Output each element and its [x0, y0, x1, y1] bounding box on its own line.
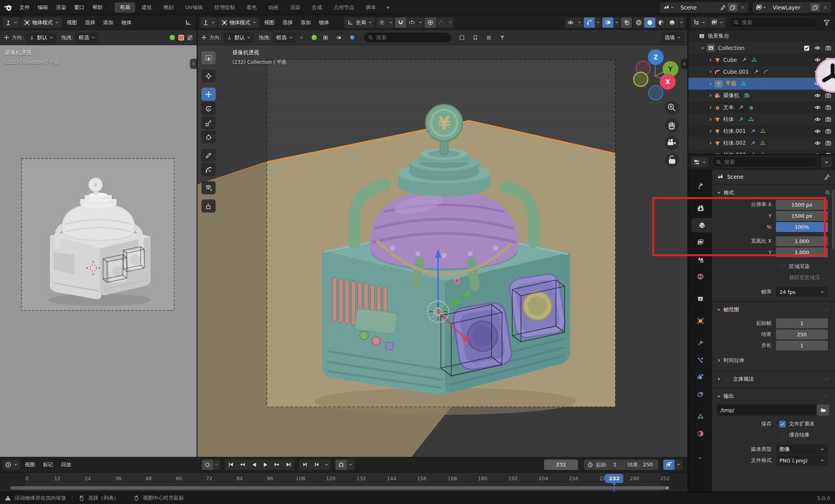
outliner-row[interactable]: Collection — [688, 42, 835, 54]
annotate-tool[interactable] — [201, 149, 216, 162]
workspace-tab[interactable]: 几何节点 — [328, 2, 359, 13]
falloff-curve-icon[interactable] — [436, 17, 447, 28]
disable-render-toggle[interactable] — [823, 45, 833, 51]
clay-render[interactable]: ¥ — [0, 45, 197, 457]
workspace-tab[interactable]: 纹理绘制 — [209, 2, 240, 13]
disable-render-toggle[interactable] — [823, 140, 833, 146]
jump-to-start-button[interactable] — [225, 460, 237, 470]
expand-icon[interactable] — [707, 117, 714, 121]
media-type-dropdown[interactable]: 图像 — [776, 444, 828, 454]
disable-render-toggle[interactable] — [823, 152, 833, 154]
properties-tab-scene[interactable] — [691, 252, 709, 266]
gizmo-icon[interactable] — [584, 17, 595, 28]
outliner-row[interactable]: 柱体.003 — [688, 149, 835, 154]
workspace-tab[interactable]: 建模 — [136, 2, 157, 13]
hide-viewport-toggle[interactable] — [812, 57, 823, 63]
viewport-menu[interactable]: 选择 — [279, 18, 296, 27]
material-preview-sphere-icon[interactable] — [311, 34, 318, 41]
hide-viewport-toggle[interactable] — [812, 80, 823, 87]
collection-checkbox[interactable] — [801, 45, 812, 51]
outliner-row[interactable]: 柱体.001 — [688, 125, 835, 137]
viewport-left-canvas[interactable]: ¥ — [0, 45, 197, 457]
filter-icon[interactable] — [821, 17, 832, 28]
time-stretch-subpanel[interactable]: 时间拉伸 — [712, 355, 835, 366]
tool-search-field[interactable] — [364, 32, 452, 43]
disable-render-toggle[interactable] — [823, 69, 833, 75]
display-mode-selector[interactable] — [709, 17, 726, 28]
region-render-checkbox[interactable] — [779, 263, 786, 270]
outliner-row[interactable]: 平面 — [688, 78, 835, 90]
pivot-point-dropdown[interactable] — [376, 17, 394, 28]
playback-sync-icon[interactable] — [663, 460, 674, 470]
viewlayer-icon[interactable] — [754, 4, 768, 11]
disable-render-toggle[interactable] — [823, 116, 833, 123]
outliner-search-field[interactable] — [729, 17, 818, 28]
topbar-menu[interactable]: 窗口 — [71, 3, 88, 12]
mask-icon[interactable] — [456, 33, 467, 43]
prev-keyframe-button[interactable] — [237, 460, 248, 470]
properties-tab-material[interactable] — [691, 426, 709, 441]
file-extensions-checkbox[interactable] — [779, 421, 786, 427]
viewport-menu[interactable]: 添加 — [100, 18, 117, 27]
measure-tool[interactable] — [201, 163, 216, 176]
end-value[interactable]: 250 — [641, 462, 655, 468]
frame-range-value-field[interactable]: 1 — [776, 341, 828, 351]
disable-render-toggle[interactable] — [823, 104, 833, 111]
zoom-button[interactable] — [665, 101, 679, 115]
format-value-field[interactable]: 1500 px — [776, 200, 828, 210]
orientation-dropdown[interactable]: 默认 — [26, 33, 56, 43]
disable-render-toggle[interactable] — [823, 128, 833, 134]
snap-magnet-icon[interactable] — [395, 17, 406, 28]
play-reverse-button[interactable] — [248, 460, 260, 470]
extrude-tool[interactable] — [201, 199, 216, 213]
workspace-tab[interactable]: 着色 — [241, 2, 262, 13]
properties-tab-render[interactable] — [691, 201, 709, 215]
format-value-field[interactable]: 100% — [776, 222, 828, 232]
properties-tab-view-layer[interactable] — [691, 235, 709, 249]
viewport-main-canvas[interactable]: ¥ — [197, 45, 688, 457]
stereoscopy-panel-header[interactable]: 立体视法 ∷∷ — [712, 373, 835, 385]
properties-search-field[interactable] — [712, 157, 818, 167]
properties-tab-constraints[interactable] — [691, 387, 709, 401]
step-back-button[interactable] — [299, 460, 311, 470]
topbar-menu[interactable]: 编辑 — [34, 3, 52, 12]
properties-tab-collection[interactable] — [691, 291, 709, 306]
loop-icon[interactable] — [335, 460, 347, 470]
pin-icon[interactable] — [718, 3, 728, 11]
workspace-tab[interactable]: 布局 — [115, 2, 135, 13]
outliner-row[interactable]: Cube — [688, 54, 835, 66]
axis-neg-y[interactable] — [634, 72, 648, 86]
outliner-row[interactable]: 摄像机 — [688, 90, 835, 102]
material-shading-icon[interactable] — [655, 17, 666, 28]
viewlayer-selector[interactable]: ViewLayer — [753, 2, 831, 13]
proportional-editing-controls[interactable] — [425, 17, 453, 28]
next-keyframe-button[interactable] — [271, 460, 283, 470]
playhead[interactable]: 232 — [605, 474, 623, 483]
crop-region-checkbox[interactable] — [779, 274, 786, 281]
xray-toggle[interactable] — [621, 17, 632, 28]
list-icon[interactable] — [483, 33, 494, 43]
scene-icon[interactable] — [661, 4, 676, 11]
panel-options[interactable] — [825, 190, 830, 196]
workspace-add-button[interactable]: + — [382, 3, 394, 12]
file-format-dropdown[interactable]: PNG (.png) — [776, 455, 828, 466]
search-input[interactable] — [724, 159, 813, 165]
visibility-dropdown[interactable] — [565, 17, 582, 28]
topbar-menu[interactable]: 渲染 — [52, 3, 70, 12]
blue-sphere-icon[interactable] — [347, 33, 358, 43]
editor-type-selector[interactable] — [3, 460, 20, 470]
transform-orientation-icon[interactable] — [183, 17, 194, 28]
orientation-dropdown[interactable]: 默认 — [224, 33, 254, 43]
framerate-dropdown[interactable]: 24 fps — [776, 287, 828, 297]
blender-logo-icon[interactable] — [4, 3, 13, 12]
expand-icon[interactable] — [707, 129, 714, 133]
scrollbar[interactable] — [832, 190, 834, 249]
scale-tool[interactable] — [201, 116, 216, 129]
properties-tab-world[interactable] — [691, 269, 709, 284]
workspace-tab[interactable]: 合成 — [306, 2, 327, 13]
wireframe-shading-icon[interactable] — [633, 17, 644, 28]
scene-name[interactable]: Scene — [676, 4, 718, 11]
expand-icon[interactable] — [707, 105, 714, 109]
timeline-scrollbar[interactable] — [10, 486, 669, 490]
unlink-scene-button[interactable] — [738, 3, 747, 11]
